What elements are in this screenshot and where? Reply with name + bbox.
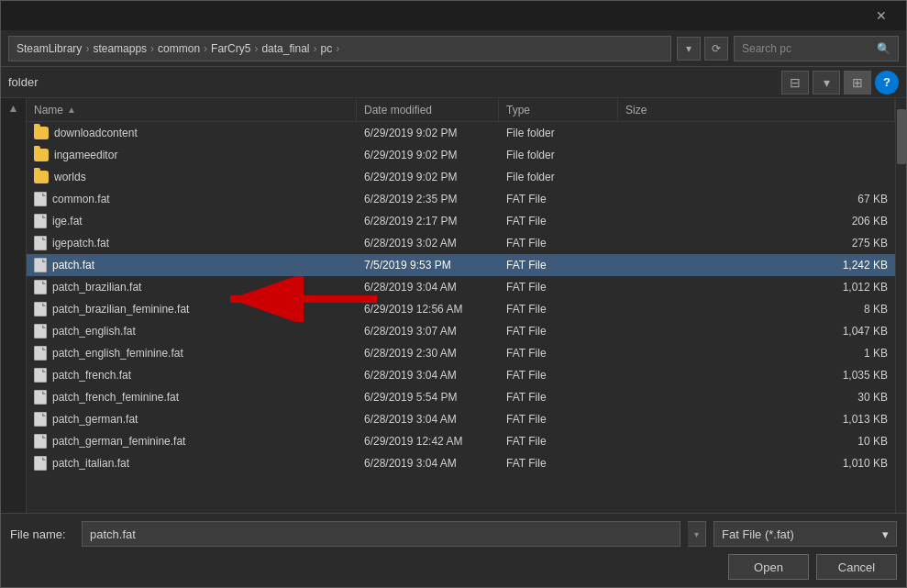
file-size-cell: 10 KB [618, 430, 895, 452]
file-size-cell: 1,013 KB [618, 408, 895, 430]
file-name: patch_english_feminine.fat [52, 347, 183, 360]
sep4: › [254, 42, 258, 55]
breadcrumb-common[interactable]: common [158, 42, 200, 55]
filetype-select[interactable]: Fat File (*.fat) ▾ [713, 521, 897, 547]
file-name: patch_brazilian.fat [52, 281, 141, 294]
breadcrumb[interactable]: SteamLibrary › steamapps › common › FarC… [8, 36, 671, 61]
breadcrumb-farcry5[interactable]: FarCry5 [211, 42, 250, 55]
folder-icon [34, 171, 49, 183]
cancel-button[interactable]: Cancel [816, 554, 897, 580]
sep6: › [336, 42, 339, 55]
table-row[interactable]: patch_english.fat6/28/2019 3:07 AMFAT Fi… [27, 320, 895, 342]
table-row[interactable]: patch_brazilian_feminine.fat6/29/2019 12… [27, 298, 895, 320]
sidebar: ▲ [1, 98, 27, 513]
file-size-cell [618, 144, 895, 166]
file-icon [34, 324, 47, 338]
file-size-cell: 275 KB [618, 232, 895, 254]
buttons-row: Open Cancel [10, 554, 897, 580]
table-row[interactable]: patch_french.fat6/28/2019 3:04 AMFAT Fil… [27, 364, 895, 386]
breadcrumb-pc[interactable]: pc [320, 42, 332, 55]
col-date[interactable]: Date modified [357, 98, 499, 121]
file-size-cell: 8 KB [618, 298, 895, 320]
breadcrumb-steamapps[interactable]: steamapps [93, 42, 147, 55]
scrollbar[interactable] [895, 98, 906, 513]
file-date-cell: 6/29/2019 12:42 AM [357, 430, 499, 452]
file-type-cell: File folder [499, 144, 618, 166]
filename-label: File name: [10, 527, 74, 541]
folder-icon [34, 127, 49, 139]
file-size-cell: 1,035 KB [618, 364, 895, 386]
col-name[interactable]: Name ▲ [27, 98, 357, 121]
file-size-cell [618, 166, 895, 188]
file-date-cell: 6/29/2019 5:54 PM [357, 386, 499, 408]
table-row[interactable]: ige.fat6/28/2019 2:17 PMFAT File206 KB [27, 210, 895, 232]
table-row[interactable]: worlds6/29/2019 9:02 PMFile folder [27, 166, 895, 188]
file-name-cell: downloadcontent [27, 122, 357, 144]
toolbar-right: ⊟ ▾ ⊞ ? [781, 71, 899, 94]
file-type-cell: FAT File [499, 342, 618, 364]
filename-input[interactable] [82, 521, 680, 547]
file-icon [34, 258, 47, 272]
filetype-value: Fat File (*.fat) [722, 527, 794, 541]
col-size[interactable]: Size [618, 98, 895, 121]
refresh-btn[interactable]: ⟳ [704, 37, 728, 61]
title-bar: ✕ [1, 1, 906, 30]
table-row[interactable]: patch_brazilian.fat6/28/2019 3:04 AMFAT … [27, 276, 895, 298]
table-row[interactable]: patch_italian.fat6/28/2019 3:04 AMFAT Fi… [27, 452, 895, 474]
sidebar-collapse[interactable]: ▲ [8, 102, 19, 115]
search-icon: 🔍 [877, 42, 890, 55]
table-row[interactable]: patch_german_feminine.fat6/29/2019 12:42… [27, 430, 895, 452]
file-name-cell: patch_german_feminine.fat [27, 430, 357, 452]
file-date-cell: 6/29/2019 12:56 AM [357, 298, 499, 320]
sep5: › [313, 42, 316, 55]
open-button[interactable]: Open [728, 554, 809, 580]
sep3: › [204, 42, 207, 55]
file-date-cell: 6/28/2019 3:07 AM [357, 320, 499, 342]
table-row[interactable]: igepatch.fat6/28/2019 3:02 AMFAT File275… [27, 232, 895, 254]
file-size-cell: 1,010 KB [618, 452, 895, 474]
view-tiles-btn[interactable]: ⊞ [844, 71, 871, 94]
file-name-cell: patch_english.fat [27, 320, 357, 342]
view-dropdown-btn[interactable]: ▾ [813, 71, 840, 94]
file-date-cell: 6/29/2019 9:02 PM [357, 122, 499, 144]
table-row[interactable]: ingameeditor6/29/2019 9:02 PMFile folder [27, 144, 895, 166]
file-icon [34, 236, 47, 250]
file-name-cell: patch_german.fat [27, 408, 357, 430]
file-type-cell: FAT File [499, 320, 618, 342]
toolbar: folder ⊟ ▾ ⊞ ? [1, 67, 906, 98]
file-date-cell: 6/29/2019 9:02 PM [357, 144, 499, 166]
file-icon [34, 214, 47, 228]
table-row[interactable]: patch_english_feminine.fat6/28/2019 2:30… [27, 342, 895, 364]
table-row[interactable]: patch.fat7/5/2019 9:53 PMFAT File1,242 K… [27, 254, 895, 276]
file-type-cell: FAT File [499, 386, 618, 408]
view-details-btn[interactable]: ⊟ [781, 71, 809, 94]
table-row[interactable]: patch_french_feminine.fat6/29/2019 5:54 … [27, 386, 895, 408]
address-bar: SteamLibrary › steamapps › common › FarC… [1, 30, 906, 67]
file-icon [34, 368, 47, 383]
table-row[interactable]: downloadcontent6/29/2019 9:02 PMFile fol… [27, 122, 895, 144]
col-type[interactable]: Type [499, 98, 618, 121]
close-button[interactable]: ✕ [860, 1, 902, 30]
dropdown-btn[interactable]: ▾ [677, 37, 701, 61]
file-type-cell: FAT File [499, 430, 618, 452]
filename-dropdown[interactable]: ▾ [688, 521, 706, 547]
file-name: patch_french_feminine.fat [52, 391, 179, 404]
file-name: downloadcontent [54, 127, 138, 139]
file-type-cell: FAT File [499, 232, 618, 254]
file-type-cell: FAT File [499, 254, 618, 276]
bottom-bar: File name: ▾ Fat File (*.fat) ▾ Open Can… [1, 513, 906, 587]
file-type-cell: File folder [499, 122, 618, 144]
help-button[interactable]: ? [875, 71, 899, 94]
file-name: ingameeditor [54, 149, 117, 161]
breadcrumb-steamlibrary[interactable]: SteamLibrary [17, 42, 82, 55]
file-name-cell: patch_brazilian_feminine.fat [27, 298, 357, 320]
file-date-cell: 7/5/2019 9:53 PM [357, 254, 499, 276]
table-row[interactable]: patch_german.fat6/28/2019 3:04 AMFAT Fil… [27, 408, 895, 430]
breadcrumb-datafinal[interactable]: data_final [261, 42, 309, 55]
scrollbar-thumb[interactable] [897, 109, 906, 164]
file-name: worlds [54, 171, 86, 183]
file-name: patch_german_feminine.fat [52, 435, 185, 448]
file-type-cell: FAT File [499, 188, 618, 210]
search-box[interactable]: Search pc 🔍 [734, 36, 899, 61]
table-row[interactable]: common.fat6/28/2019 2:35 PMFAT File67 KB [27, 188, 895, 210]
